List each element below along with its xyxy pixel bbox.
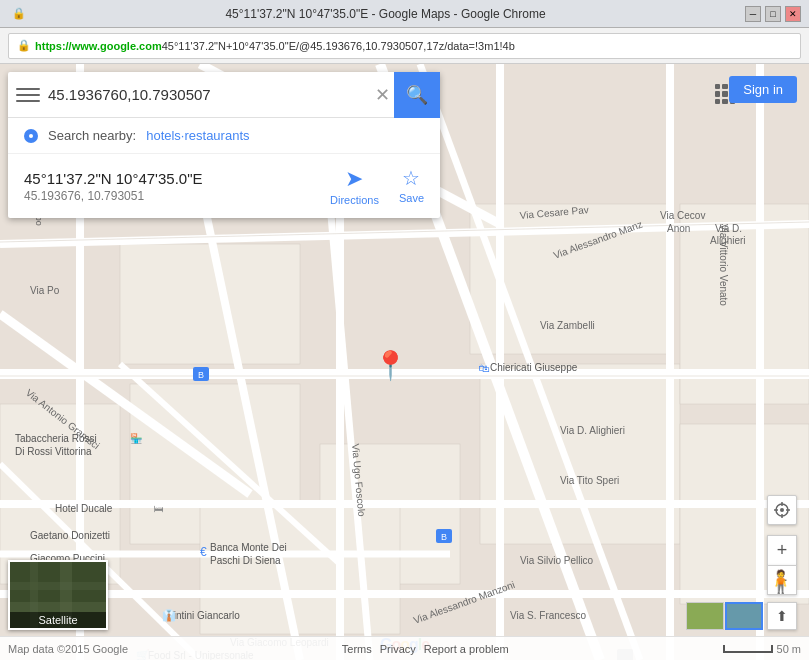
- map-style-thumbs: [686, 602, 763, 630]
- close-button[interactable]: ✕: [785, 6, 801, 22]
- apps-dot: [715, 84, 720, 89]
- svg-rect-7: [480, 364, 680, 544]
- svg-text:Via Po: Via Po: [30, 285, 60, 296]
- svg-text:€: €: [200, 545, 207, 559]
- maximize-button[interactable]: □: [765, 6, 781, 22]
- hamburger-menu[interactable]: [16, 83, 40, 107]
- map-pin: 📍: [373, 349, 408, 382]
- svg-text:Chiericati Giuseppe: Chiericati Giuseppe: [490, 362, 578, 373]
- terrain-thumb[interactable]: [686, 602, 724, 630]
- minimize-button[interactable]: ─: [745, 6, 761, 22]
- lock-icon: 🔒: [17, 39, 31, 52]
- svg-text:B: B: [198, 370, 204, 380]
- svg-text:Via Tito Speri: Via Tito Speri: [560, 475, 619, 486]
- clear-button[interactable]: ✕: [371, 84, 394, 106]
- svg-text:Paschi Di Siena: Paschi Di Siena: [210, 555, 281, 566]
- expand-button[interactable]: ⬆: [767, 602, 797, 630]
- svg-text:Alighieri: Alighieri: [710, 235, 746, 246]
- svg-rect-2: [120, 244, 300, 364]
- svg-text:Via Silvio Pellico: Via Silvio Pellico: [520, 555, 594, 566]
- sign-in-button[interactable]: Sign in: [729, 76, 797, 103]
- scale-bar: 50 m: [723, 643, 801, 655]
- directions-label: Directions: [330, 194, 379, 206]
- svg-text:Banca Monte Dei: Banca Monte Dei: [210, 542, 287, 553]
- search-bar: ✕ 🔍: [8, 72, 440, 118]
- nearby-label: Search nearby:: [48, 128, 136, 143]
- nearby-link[interactable]: hotels·restaurants: [146, 128, 249, 143]
- svg-text:Hotel Ducale: Hotel Ducale: [55, 503, 113, 514]
- search-icon: 🔍: [406, 84, 428, 106]
- svg-text:B: B: [441, 532, 447, 542]
- search-input[interactable]: [48, 86, 371, 103]
- nearby-row: Search nearby: hotels·restaurants: [8, 118, 440, 154]
- save-button[interactable]: ☆ Save: [399, 166, 424, 204]
- terms-link[interactable]: Terms: [342, 643, 372, 655]
- url-text: https://www.google.com45°11'37.2"N+10°47…: [35, 40, 515, 52]
- address-bar[interactable]: 🔒 https://www.google.com45°11'37.2"N+10°…: [8, 33, 801, 59]
- privacy-link[interactable]: Privacy: [380, 643, 416, 655]
- copyright-text: Map data ©2015 Google: [8, 643, 128, 655]
- place-info: 45°11'37.2"N 10°47'35.0"E 45.193676, 10.…: [8, 154, 440, 218]
- browser-title: 45°11'37.2"N 10°47'35.0"E - Google Maps …: [26, 7, 745, 21]
- map-thumb[interactable]: [725, 602, 763, 630]
- place-details: 45°11'37.2"N 10°47'35.0"E 45.193676, 10.…: [24, 170, 330, 203]
- bottom-bar: Map data ©2015 Google Terms Privacy Repo…: [0, 636, 809, 660]
- address-bar-row: 🔒 https://www.google.com45°11'37.2"N+10°…: [0, 28, 809, 64]
- save-label: Save: [399, 192, 424, 204]
- place-actions: ➤ Directions ☆ Save: [330, 166, 424, 206]
- place-title: 45°11'37.2"N 10°47'35.0"E: [24, 170, 330, 187]
- search-panel: ✕ 🔍 Search nearby: hotels·restaurants 45…: [8, 72, 440, 218]
- svg-rect-77: [10, 582, 108, 590]
- apps-dot: [722, 99, 727, 104]
- svg-text:🛍: 🛍: [478, 362, 490, 374]
- directions-button[interactable]: ➤ Directions: [330, 166, 379, 206]
- svg-text:Via D. Alighieri: Via D. Alighieri: [560, 425, 625, 436]
- svg-text:Via D.: Via D.: [715, 223, 742, 234]
- pegman[interactable]: 🧍: [767, 569, 794, 595]
- target-icon: [774, 502, 790, 518]
- apps-dot: [715, 99, 720, 104]
- place-subtitle: 45.193676, 10.793051: [24, 189, 330, 203]
- svg-text:Gaetano Donizetti: Gaetano Donizetti: [30, 530, 110, 541]
- window-controls[interactable]: ─ □ ✕: [745, 6, 801, 22]
- svg-text:🏪: 🏪: [130, 432, 143, 445]
- bottom-links: Terms Privacy Report a problem: [342, 643, 509, 655]
- scale-label: 50 m: [777, 643, 801, 655]
- svg-text:Tabaccheria Rossi: Tabaccheria Rossi: [15, 433, 97, 444]
- apps-dot: [722, 91, 727, 96]
- location-button[interactable]: [767, 495, 797, 525]
- svg-text:🛏: 🛏: [154, 503, 164, 514]
- apps-dot: [722, 84, 727, 89]
- search-button[interactable]: 🔍: [394, 72, 440, 118]
- scale-line: [723, 645, 773, 653]
- svg-rect-80: [10, 602, 108, 612]
- zoom-in-button[interactable]: +: [767, 535, 797, 565]
- svg-text:Via S. Francesco: Via S. Francesco: [510, 610, 586, 621]
- apps-dot: [715, 91, 720, 96]
- svg-point-71: [780, 508, 784, 512]
- browser-titlebar: 🔒 45°11'37.2"N 10°47'35.0"E - Google Map…: [0, 0, 809, 28]
- star-icon: ☆: [402, 166, 420, 190]
- directions-icon: ➤: [345, 166, 363, 192]
- svg-text:Di Rossi Vittorina: Di Rossi Vittorina: [15, 446, 92, 457]
- svg-text:Via Cecov: Via Cecov: [660, 210, 705, 221]
- report-link[interactable]: Report a problem: [424, 643, 509, 655]
- satellite-thumbnail[interactable]: Satellite: [8, 560, 108, 630]
- svg-text:👔: 👔: [162, 608, 176, 622]
- nearby-icon: [24, 129, 38, 143]
- satellite-label: Satellite: [10, 612, 106, 628]
- svg-text:Via Zambelli: Via Zambelli: [540, 320, 595, 331]
- svg-text:Tintini Giancarlo: Tintini Giancarlo: [168, 610, 240, 621]
- svg-text:Anon: Anon: [667, 223, 690, 234]
- map-area[interactable]: B B Via Cesare Pav Via Alessandro Manz V…: [0, 64, 809, 660]
